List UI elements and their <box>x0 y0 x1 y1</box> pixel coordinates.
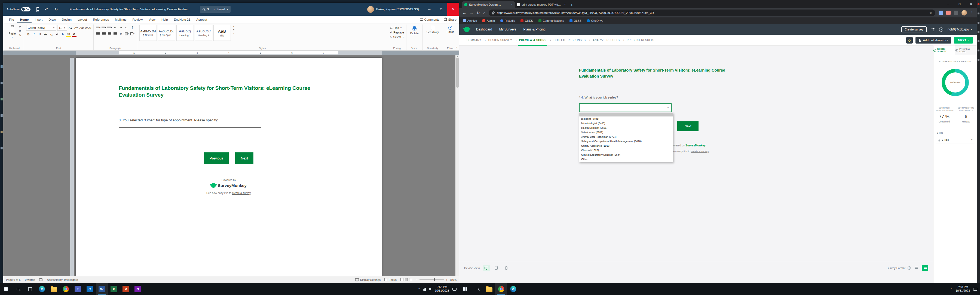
edge-icon[interactable]: e <box>36 283 48 295</box>
one-question-format-button[interactable] <box>913 265 920 271</box>
proofing-icon[interactable] <box>39 278 43 281</box>
clear-formatting-button[interactable]: A⌫ <box>85 25 91 30</box>
dropdown-option[interactable]: Quality Assurance (1910) <box>579 143 673 148</box>
extension-icon[interactable] <box>946 11 951 15</box>
account-menu[interactable]: nqb0@cdc.gov▾ <box>948 27 972 31</box>
zoom-knob[interactable] <box>434 278 435 281</box>
print-layout-icon[interactable] <box>405 278 408 281</box>
profile-avatar[interactable] <box>961 10 967 16</box>
taskbar-search-icon[interactable] <box>12 283 24 295</box>
step-tab[interactable]: PRESENT RESULTS <box>623 35 658 46</box>
dropdown-option[interactable]: Biologist (0401) <box>579 116 673 121</box>
side-dock-icon[interactable] <box>978 13 980 14</box>
borders-button[interactable]: ▾ <box>130 31 135 36</box>
align-left-button[interactable] <box>96 31 100 36</box>
word-icon[interactable]: W <box>96 283 108 295</box>
dictate-button[interactable]: Dictate <box>409 25 420 36</box>
read-mode-icon[interactable] <box>401 278 403 281</box>
chrome-icon[interactable] <box>495 283 507 295</box>
minimize-button[interactable]: ─ <box>942 0 954 8</box>
back-icon[interactable]: ← <box>463 11 466 15</box>
reload-icon[interactable]: ↻ <box>477 11 480 15</box>
comments-button[interactable]: Comments <box>420 18 440 21</box>
horizontal-ruler[interactable]: 1234567 <box>3 51 459 55</box>
create-survey-button[interactable]: Create survey <box>901 26 926 32</box>
multilevel-list-button[interactable]: ▾ <box>107 25 112 30</box>
forward-icon[interactable]: → <box>469 11 473 15</box>
tray-expand-icon[interactable]: ^ <box>418 287 420 291</box>
tips-expander-row[interactable]: 2 Tips ▾ <box>936 136 974 143</box>
dropdown-option[interactable]: Safety and Occupational Health Managemen… <box>579 139 673 144</box>
display-settings-button[interactable]: Display Settings <box>355 278 380 281</box>
bookmark-item[interactable]: CHES <box>520 19 533 22</box>
web-layout-icon[interactable] <box>409 278 412 281</box>
desktop-icon[interactable] <box>0 131 3 133</box>
new-tab-button[interactable]: + <box>568 1 575 8</box>
step-tab[interactable]: COLLECT RESPONSES <box>550 35 589 46</box>
editor-button[interactable]: Editor <box>445 25 455 34</box>
side-dock-icon[interactable] <box>978 31 980 33</box>
taskbar-clock[interactable]: 2:58 PM10/31/2023 <box>956 285 970 293</box>
outlook-icon[interactable]: O <box>84 283 96 295</box>
style-cell[interactable]: AaBbCcDd ¶ Normal <box>139 25 157 41</box>
ribbon-tab[interactable]: Home <box>17 16 32 23</box>
vertical-scrollbar[interactable]: ▲ <box>455 55 459 276</box>
open-text-field[interactable] <box>119 127 261 142</box>
share-button[interactable]: Share <box>444 18 457 21</box>
word-count[interactable]: 0 words <box>25 278 35 281</box>
sensitivity-button[interactable]: Sensitivity <box>425 25 441 35</box>
job-series-select[interactable]: ▾ <box>579 103 671 112</box>
bookmark-item[interactable]: Admin <box>482 19 495 22</box>
dropdown-option[interactable]: Chemist (1320) <box>579 148 673 153</box>
justify-button[interactable] <box>113 31 118 36</box>
replace-button[interactable]: ⇄Replace <box>390 31 404 34</box>
vertical-ruler[interactable] <box>70 58 74 276</box>
styles-more-button[interactable]: ▿ <box>233 32 234 35</box>
notifications-icon[interactable] <box>973 288 977 291</box>
surveymonkey-logo-icon[interactable] <box>464 27 469 32</box>
tablet-view-button[interactable] <box>493 265 500 271</box>
ribbon-tab[interactable]: Mailings <box>112 16 129 23</box>
tab-preview-logic[interactable]: PREVIEW LOGIC <box>955 46 977 55</box>
nav-link[interactable]: My Surveys <box>499 27 516 31</box>
dropdown-option[interactable]: Other <box>579 157 673 162</box>
grow-font-button[interactable]: A▴ <box>68 25 73 30</box>
align-center-button[interactable] <box>102 31 106 36</box>
ribbon-tab[interactable]: View <box>146 16 158 23</box>
extensions-puzzle-icon[interactable] <box>954 11 958 15</box>
shrink-font-button[interactable]: A▾ <box>74 25 78 30</box>
superscript-button[interactable]: x² <box>55 32 59 37</box>
bookmark-item[interactable]: OLSS <box>570 19 581 22</box>
scrolling-format-button[interactable] <box>922 265 928 271</box>
bold-button[interactable]: B <box>26 32 31 37</box>
side-dock-icon[interactable] <box>978 49 980 51</box>
bookmark-item[interactable]: OneDrive <box>587 19 603 22</box>
styles-up-button[interactable]: ▴ <box>233 25 234 27</box>
style-cell[interactable]: AaBbCcC Heading 2 <box>195 25 212 41</box>
side-dock-icon[interactable] <box>978 59 980 61</box>
zoom-level[interactable]: 110% <box>449 278 457 281</box>
ribbon-tab[interactable]: File <box>6 16 17 23</box>
taskbar-search-icon[interactable] <box>471 283 483 295</box>
font-color-button[interactable]: A <box>72 32 76 37</box>
phone-view-button[interactable] <box>503 265 510 271</box>
shading-button[interactable]: ▾ <box>124 31 129 36</box>
dropdown-option[interactable]: Health Scientist (0601) <box>579 125 673 130</box>
style-cell[interactable]: AaBbCcDd ¶ No Spac... <box>158 25 175 41</box>
powerpoint-icon[interactable]: P <box>120 283 132 295</box>
font-name-combo[interactable]: Calibri (Body)▾ <box>26 25 56 30</box>
step-tab[interactable]: DESIGN SURVEY <box>485 35 515 46</box>
line-spacing-button[interactable]: ↕▾ <box>119 31 123 36</box>
help-icon[interactable]: ? <box>939 27 943 32</box>
ribbon-tab[interactable]: Help <box>158 16 171 23</box>
maximize-button[interactable]: □ <box>954 0 965 8</box>
edge-icon[interactable]: e <box>507 283 519 295</box>
notifications-icon[interactable] <box>452 288 457 291</box>
close-tab-icon[interactable]: ✕ <box>564 3 566 6</box>
ribbon-tab[interactable]: Design <box>59 16 75 23</box>
desktop-icon[interactable] <box>0 98 3 100</box>
network-icon[interactable] <box>423 288 426 291</box>
desktop-icon[interactable] <box>0 114 3 117</box>
underline-button[interactable]: U <box>38 32 42 37</box>
accessibility-status[interactable]: Accessibility: Investigate <box>47 278 78 281</box>
